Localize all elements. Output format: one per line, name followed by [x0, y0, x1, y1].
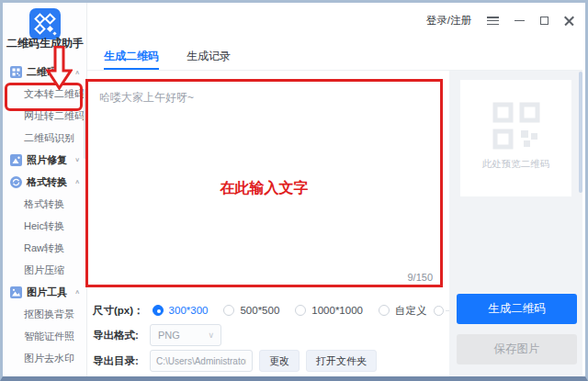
size-option-300[interactable]: 300*300 — [153, 305, 209, 316]
size-option-label: 300*300 — [169, 305, 209, 316]
item-label: 智能证件照 — [24, 330, 74, 343]
app-logo-icon — [29, 8, 61, 39]
radio-icon — [295, 305, 306, 316]
preview-panel: 此处预览二维码 — [449, 71, 582, 376]
image-tools-icon — [10, 286, 22, 298]
directory-row: 导出目录: 更改 打开文件夹 — [93, 350, 377, 372]
size-label: 尺寸(px)： — [93, 304, 144, 318]
close-button[interactable] — [564, 16, 574, 26]
sidebar-item-url-to-qrcode[interactable]: 网址转二维码 — [3, 105, 87, 127]
login-register-link[interactable]: 登录/注册 — [426, 14, 471, 28]
size-option-custom[interactable]: 自定义 — [379, 304, 427, 318]
size-option-label: 1000*1000 — [311, 305, 363, 316]
sidebar-item-format-convert[interactable]: 格式转换 — [3, 193, 87, 215]
sidebar-item-heic-convert[interactable]: Heic转换 — [3, 215, 87, 237]
menu-icon[interactable] — [487, 17, 499, 25]
save-image-button[interactable]: 保存图片 — [457, 334, 577, 364]
preview-placeholder-text: 此处预览二维码 — [482, 158, 550, 171]
sidebar-nav: 二维码 ∧ 文本转二维码 网址转二维码 二维码识别 照片修复 ∨ 格式转换 ∧ — [3, 61, 87, 369]
sidebar-item-raw-convert[interactable]: Raw转换 — [3, 237, 87, 259]
section-label: 二维码 — [27, 65, 57, 79]
minimize-button[interactable] — [514, 20, 525, 22]
radio-selected-icon — [153, 305, 164, 316]
change-directory-button[interactable]: 更改 — [259, 350, 300, 372]
sidebar-item-id-photo[interactable]: 智能证件照 — [3, 325, 87, 347]
format-label: 导出格式: — [93, 329, 141, 342]
caret-up-icon: ∧ — [74, 288, 80, 295]
custom-size-slider-handle[interactable] — [434, 306, 444, 316]
size-option-label: 500*500 — [240, 305, 279, 316]
char-counter: 9/150 — [407, 272, 433, 283]
format-row: 导出格式: PNG ∨ — [93, 324, 221, 346]
tab-generate-history[interactable]: 生成记录 — [187, 41, 231, 70]
generate-qrcode-button[interactable]: 生成二维码 — [457, 294, 577, 324]
item-label: 文本转二维码 — [24, 87, 85, 101]
app-title: 二维码生成助手 — [3, 36, 87, 51]
photo-repair-icon — [10, 154, 22, 166]
section-label: 照片修复 — [27, 153, 67, 167]
qrcode-placeholder-icon — [492, 102, 540, 150]
item-label: 格式转换 — [24, 197, 64, 211]
sidebar: 二维码生成助手 二维码 ∧ 文本转二维码 网址转二维码 二维码识别 照片修复 ∨ — [3, 3, 87, 376]
qrcode-icon — [10, 66, 22, 78]
item-label: 抠图换背景 — [24, 308, 74, 321]
tab-generate-qrcode[interactable]: 生成二维码 — [104, 41, 159, 70]
size-option-1000[interactable]: 1000*1000 — [295, 305, 363, 316]
sidebar-item-image-compress[interactable]: 图片压缩 — [3, 259, 87, 281]
radio-icon — [379, 305, 390, 316]
sidebar-section-photo-repair[interactable]: 照片修复 ∨ — [3, 149, 87, 171]
qrcode-preview-card: 此处预览二维码 — [460, 80, 571, 196]
entered-text: 哈喽大家上午好呀~ — [99, 90, 194, 106]
caret-up-icon: ∧ — [74, 68, 80, 74]
size-option-500[interactable]: 500*500 — [223, 305, 279, 316]
open-folder-button[interactable]: 打开文件夹 — [306, 350, 377, 372]
sidebar-section-format-convert[interactable]: 格式转换 ∧ — [3, 171, 87, 193]
tab-bar: 生成二维码 生成记录 — [87, 41, 582, 71]
item-label: 网址转二维码 — [24, 109, 85, 123]
sidebar-item-qrcode-recognition[interactable]: 二维码识别 — [3, 127, 87, 149]
item-label: Raw转换 — [24, 241, 64, 255]
section-label: 图片工具 — [27, 286, 67, 299]
convert-icon — [10, 176, 22, 188]
chevron-down-icon: ∨ — [208, 331, 214, 340]
directory-label: 导出目录: — [93, 354, 141, 368]
radio-icon — [223, 305, 234, 316]
sidebar-item-text-to-qrcode[interactable]: 文本转二维码 — [3, 83, 87, 105]
item-label: 二维码识别 — [24, 131, 74, 145]
maximize-button[interactable] — [540, 17, 548, 25]
item-label: 图片去水印 — [24, 352, 74, 365]
size-option-label: 自定义 — [395, 304, 427, 318]
app-window: 二维码生成助手 二维码 ∧ 文本转二维码 网址转二维码 二维码识别 照片修复 ∨ — [0, 0, 588, 381]
sidebar-section-qrcode[interactable]: 二维码 ∧ — [3, 61, 87, 83]
selected-format: PNG — [158, 330, 180, 341]
caret-up-icon: ∧ — [74, 178, 80, 185]
sidebar-item-cutout-background[interactable]: 抠图换背景 — [3, 303, 87, 325]
main-scrollbar[interactable] — [579, 72, 582, 193]
item-label: 图片压缩 — [24, 263, 64, 277]
caret-down-icon: ∨ — [74, 156, 80, 162]
sidebar-item-watermark-remove[interactable]: 图片去水印 — [3, 347, 87, 369]
export-format-select[interactable]: PNG ∨ — [150, 324, 221, 346]
section-label: 格式转换 — [27, 175, 67, 189]
text-input-area[interactable]: 哈喽大家上午好呀~ 9/150 — [85, 79, 443, 287]
sidebar-section-image-tools[interactable]: 图片工具 ∧ — [3, 281, 87, 303]
export-directory-input[interactable] — [150, 350, 253, 372]
titlebar: 登录/注册 — [426, 14, 574, 28]
item-label: Heic转换 — [24, 219, 64, 233]
